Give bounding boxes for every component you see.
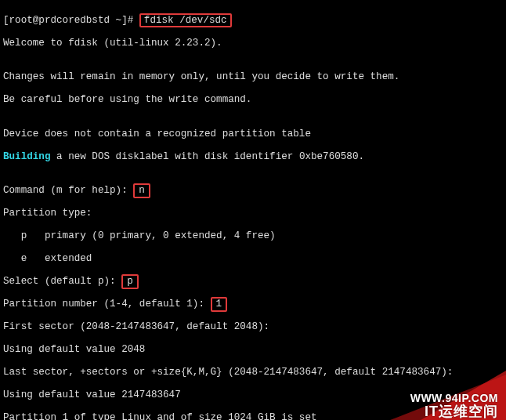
default-2048: Using default value 2048: [3, 344, 503, 356]
mem-notice-2: Be careful before using the write comman…: [3, 94, 503, 106]
first-sector: First sector (2048-2147483647, default 2…: [3, 321, 503, 333]
mem-notice-1: Changes will remain in memory only, unti…: [3, 71, 503, 83]
fdisk-welcome: Welcome to fdisk (util-linux 2.23.2).: [3, 38, 503, 49]
input-n-highlight: n: [133, 183, 150, 198]
cmd-fdisk-highlight: fdisk /dev/sdc: [139, 13, 232, 28]
no-partition-table: Device does not contain a recognized par…: [3, 129, 503, 140]
input-1-highlight: 1: [211, 297, 228, 312]
partition-type-extended: e extended: [3, 253, 503, 265]
partition-type-primary: p primary (0 primary, 0 extended, 4 free…: [3, 230, 503, 242]
last-sector: Last sector, +sectors or +size{K,M,G} (2…: [3, 367, 503, 378]
input-p1-highlight: p: [121, 274, 139, 289]
default-2147483647: Using default value 2147483647: [3, 389, 503, 401]
building-rest: a new DOS disklabel with disk identifier…: [50, 151, 364, 162]
partition-set: Partition 1 of type Linux and of size 10…: [3, 412, 503, 420]
partition-type-header: Partition type:: [3, 208, 503, 219]
building-label: Building: [3, 151, 50, 162]
terminal-output: [root@prdcoredbstd ~]# fdisk /dev/sdc We…: [0, 0, 506, 420]
select-default-p: Select (default p):: [3, 276, 121, 287]
shell-prompt: [root@prdcoredbstd ~]#: [3, 15, 139, 26]
cmd-prompt-1: Command (m for help):: [3, 185, 133, 196]
partition-number-prompt: Partition number (1-4, default 1):: [3, 299, 211, 310]
